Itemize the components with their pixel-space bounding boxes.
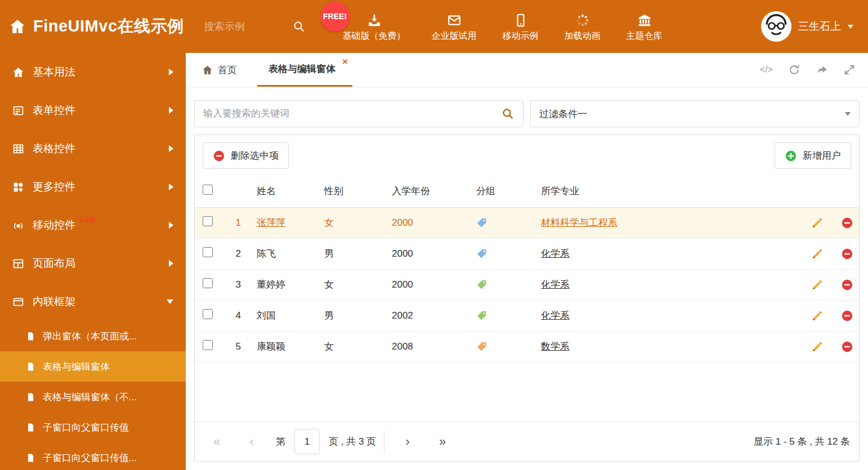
table-header-row: 姓名 性别 入学年份 分组 所学专业 [195, 176, 859, 207]
student-name-link[interactable]: 董婷婷 [257, 279, 285, 290]
sidebar-item-table-controls[interactable]: 表格控件 [0, 129, 186, 168]
actions-cell [775, 269, 859, 300]
file-icon [26, 392, 35, 402]
delete-icon[interactable] [841, 279, 853, 291]
student-name-link[interactable]: 刘国 [257, 310, 276, 321]
search-icon[interactable] [501, 107, 514, 120]
row-number: 2 [222, 238, 251, 269]
close-icon[interactable]: × [342, 57, 348, 66]
sidebar-subitem-grid-edit-window-alt[interactable]: 表格与编辑窗体（不... [0, 382, 186, 412]
year-cell: 2000 [386, 207, 471, 238]
table-row: 1 张萍萍 女 2000 材料科学与工程系 [195, 207, 859, 238]
major-cell: 化学系 [535, 269, 775, 300]
header-search-input[interactable] [204, 21, 289, 33]
nav-item-basic-edition[interactable]: FREE! 基础版（免费） [343, 13, 406, 41]
keyword-search-input[interactable] [203, 108, 501, 119]
year-cell: 2002 [386, 300, 471, 331]
nav-label: 主题仓库 [627, 32, 663, 41]
next-page-button[interactable]: › [395, 435, 420, 449]
nav-item-theme-repo[interactable]: 主题仓库 [627, 13, 663, 41]
row-checkbox[interactable] [203, 309, 213, 319]
delete-icon[interactable] [841, 341, 853, 353]
add-user-button[interactable]: 新增用户 [775, 142, 851, 169]
row-checkbox[interactable] [203, 247, 213, 257]
sidebar-item-basic-usage[interactable]: 基本用法 [0, 53, 186, 91]
first-page-button[interactable]: « [204, 435, 230, 449]
sidebar-item-mobile-controls[interactable]: 移动控件 Corp. [0, 206, 186, 244]
code-icon[interactable]: </> [760, 65, 773, 75]
sidebar-item-form-controls[interactable]: 表单控件 [0, 91, 186, 129]
sidebar-subitem-child-to-parent[interactable]: 子窗口向父窗口传值 [0, 412, 186, 442]
sidebar-item-inline-frame[interactable]: 内联框架 [0, 283, 186, 321]
nav-item-loading-animation[interactable]: 加载动画 [565, 13, 601, 41]
filter-dropdown[interactable]: 过滤条件一 [530, 100, 860, 127]
student-name-link[interactable]: 张萍萍 [257, 217, 285, 228]
file-icon [26, 423, 35, 432]
row-checkbox[interactable] [203, 216, 213, 226]
sidebar-subitem-child-to-parent-alt[interactable]: 子窗口向父窗口传值... [0, 442, 186, 470]
nav-label: 基础版（免费） [343, 32, 406, 41]
home-icon [12, 66, 24, 78]
edit-icon[interactable] [811, 248, 824, 260]
sidebar-item-more-controls[interactable]: 更多控件 [0, 168, 186, 206]
layout-icon [12, 258, 24, 270]
delete-selected-button[interactable]: 删除选中项 [203, 142, 289, 169]
last-page-button[interactable]: » [429, 435, 455, 449]
tab-grid-edit-window[interactable]: 表格与编辑窗体 × [257, 53, 352, 87]
filter-row: 过滤条件一 [194, 100, 860, 127]
group-cell [471, 207, 535, 238]
page-number-input[interactable] [294, 429, 320, 454]
chevron-right-icon [169, 260, 173, 267]
delete-icon[interactable] [841, 310, 853, 322]
delete-icon[interactable] [841, 217, 853, 229]
major-link[interactable]: 数学系 [541, 341, 570, 352]
tag-icon [476, 248, 530, 259]
gender-cell: 男 [319, 238, 386, 269]
table-row: 2 陈飞 男 2000 化学系 [195, 238, 859, 269]
expand-icon[interactable] [843, 64, 856, 76]
group-cell [471, 331, 535, 362]
table-icon [12, 143, 24, 155]
major-link[interactable]: 材料科学与工程系 [541, 217, 618, 228]
nav-label: 加载动画 [565, 32, 601, 41]
column-header-gender: 性别 [319, 176, 386, 207]
user-menu[interactable]: 三生石上 [761, 11, 868, 42]
nav-item-mobile-demo[interactable]: 移动示例 [503, 13, 539, 41]
delete-icon[interactable] [841, 248, 853, 260]
refresh-icon[interactable] [788, 64, 800, 76]
prev-page-button[interactable]: ‹ [239, 435, 265, 449]
sidebar-subitem-grid-edit-window[interactable]: 表格与编辑窗体 [0, 351, 186, 382]
brand[interactable]: FineUIMvc在线示例 [0, 15, 190, 38]
sidebar-subitem-label: 子窗口向父窗口传值 [43, 421, 129, 434]
tab-label: 首页 [218, 64, 237, 77]
major-link[interactable]: 化学系 [541, 279, 570, 290]
app-title: FineUIMvc在线示例 [33, 15, 184, 38]
share-icon[interactable] [816, 64, 828, 76]
edit-icon[interactable] [811, 310, 824, 322]
select-all-checkbox[interactable] [203, 185, 213, 195]
gender-cell: 女 [319, 269, 386, 300]
major-link[interactable]: 化学系 [541, 310, 570, 321]
header-nav: FREE! 基础版（免费） 企业版试用 移动示例 [343, 13, 663, 41]
row-checkbox[interactable] [203, 340, 213, 350]
major-link[interactable]: 化学系 [541, 248, 570, 259]
student-name-link[interactable]: 康颖颖 [257, 341, 285, 352]
gender-cell: 女 [319, 207, 386, 238]
row-checkbox[interactable] [203, 278, 213, 288]
app: FineUIMvc在线示例 FREE! 基础版（免费） 企业版试用 [0, 0, 868, 470]
nav-label: 企业版试用 [432, 32, 477, 41]
sidebar-subitem-label: 子窗口向父窗口传值... [43, 451, 137, 464]
sidebar-item-label: 更多控件 [33, 180, 75, 194]
row-number: 1 [222, 207, 251, 238]
edit-icon[interactable] [811, 217, 824, 229]
student-name-link[interactable]: 陈飞 [257, 248, 276, 259]
sidebar-item-page-layout[interactable]: 页面布局 [0, 244, 186, 283]
tab-home[interactable]: 首页 [194, 53, 245, 87]
form-icon [12, 105, 24, 117]
page-label-suffix: 页 , 共 3 页 [329, 435, 376, 448]
edit-icon[interactable] [811, 279, 824, 291]
nav-item-enterprise-trial[interactable]: 企业版试用 [432, 13, 477, 41]
sidebar-subitem-popup-window[interactable]: 弹出窗体（本页面或... [0, 321, 186, 351]
search-icon[interactable] [292, 20, 306, 33]
edit-icon[interactable] [811, 341, 824, 353]
